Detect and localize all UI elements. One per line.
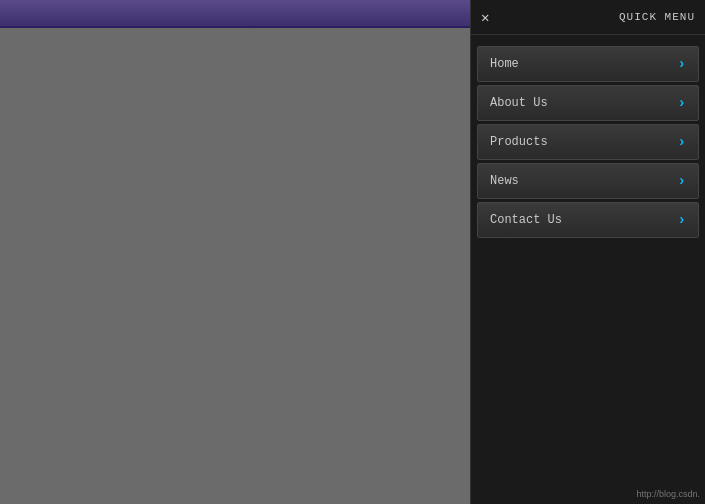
menu-item-arrow-1: › — [678, 95, 686, 111]
menu-item-news[interactable]: News› — [477, 163, 699, 199]
menu-item-home[interactable]: Home› — [477, 46, 699, 82]
menu-item-label-1: About Us — [490, 96, 548, 110]
menu-item-label-2: Products — [490, 135, 548, 149]
quick-menu-panel: ✕ QUICK MENU Home›About Us›Products›News… — [470, 0, 705, 504]
quick-menu-title: QUICK MENU — [619, 11, 695, 23]
menu-item-arrow-2: › — [678, 134, 686, 150]
menu-item-contact-us[interactable]: Contact Us› — [477, 202, 699, 238]
close-button[interactable]: ✕ — [481, 9, 489, 26]
menu-item-label-3: News — [490, 174, 519, 188]
menu-item-products[interactable]: Products› — [477, 124, 699, 160]
watermark: http://blog.csdn. — [636, 489, 700, 499]
menu-item-label-4: Contact Us — [490, 213, 562, 227]
menu-item-arrow-0: › — [678, 56, 686, 72]
top-bar — [0, 0, 470, 28]
main-content-area — [0, 0, 470, 504]
menu-item-arrow-4: › — [678, 212, 686, 228]
menu-items-container: Home›About Us›Products›News›Contact Us› — [471, 35, 705, 249]
menu-item-arrow-3: › — [678, 173, 686, 189]
menu-item-about-us[interactable]: About Us› — [477, 85, 699, 121]
quick-menu-header: ✕ QUICK MENU — [471, 0, 705, 35]
menu-item-label-0: Home — [490, 57, 519, 71]
